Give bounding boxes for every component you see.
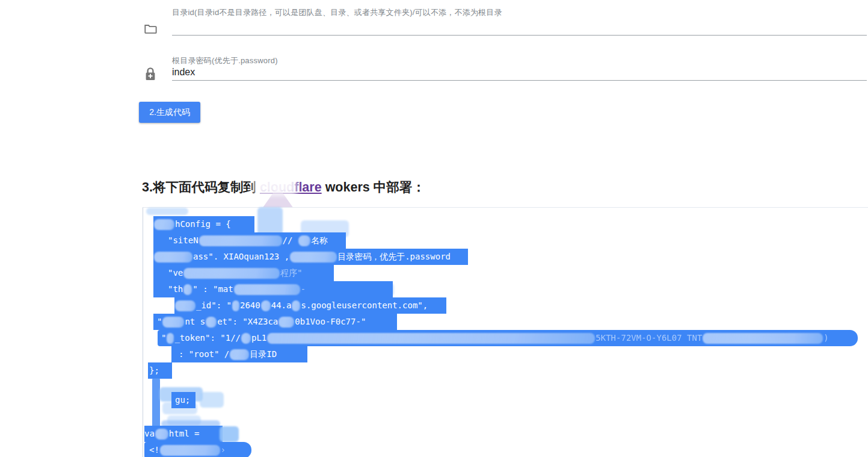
code-text: "th [168, 281, 183, 297]
smudge [279, 317, 294, 328]
code-text: 名称 [311, 232, 328, 249]
smudge [154, 219, 174, 230]
smudge [298, 235, 310, 246]
directory-id-input[interactable] [172, 22, 867, 36]
code-text: 程序" [280, 265, 302, 281]
root-password-input[interactable] [172, 67, 867, 81]
smudge [183, 284, 192, 295]
root-password-label: 根目录密码(优先于.password) [172, 55, 278, 66]
code-text: " [157, 314, 162, 330]
heading-prefix: 3.将下面代码复制到 [142, 180, 260, 194]
code-line: "ve程序" [153, 265, 334, 281]
code-text: s.googleusercontent.com", [301, 297, 428, 314]
cloudflare-link[interactable]: cloudflare [260, 180, 322, 194]
smudge [292, 300, 300, 311]
smudge [199, 235, 282, 246]
smudge [183, 268, 280, 279]
code-text: - [301, 281, 306, 297]
code-text: _token": "1// [174, 330, 241, 346]
code-text: › [221, 442, 226, 457]
code-text: pL1 [251, 330, 266, 346]
code-text: <! [149, 442, 159, 457]
lock-plus-icon [144, 67, 158, 81]
code-line: hConfig = { [153, 216, 254, 232]
smudge [167, 333, 174, 344]
code-line: }; [148, 362, 172, 379]
code-line: "nt set": "X4Z3ca0b1Voo-F0c77-" [153, 314, 397, 330]
smudge [230, 349, 249, 360]
code-text: " : "mat [192, 281, 233, 297]
smudge [703, 333, 823, 344]
smudge [261, 300, 271, 311]
code-text: gu; [175, 392, 190, 408]
code-text: // [283, 232, 298, 249]
code-text: ass". XIAOquan123 , [193, 249, 289, 265]
code-text: "ve [168, 265, 183, 281]
code-text: 目录密码，优先于.password [337, 249, 451, 265]
code-text: 2640 [240, 297, 260, 314]
code-line: vahtml = [144, 426, 223, 442]
smudge [267, 333, 595, 344]
code-text: 44.a [271, 297, 292, 314]
code-text: " [161, 330, 166, 346]
directory-id-label: 目录id(目录id不是目录路径，可以是团队盘、目录、或者共享文件夹)/可以不添，… [172, 7, 502, 18]
code-text: }; [149, 362, 159, 379]
code-text: : "root" / [179, 346, 229, 362]
code-text: 5KTH-72VM-O-Y6L07 TNT [596, 330, 702, 346]
heading-suffix: wokers 中部署： [322, 180, 425, 194]
step3-heading: 3.将下面代码复制到 cloudflare wokers 中部署： [142, 178, 425, 196]
code-text: "siteN [168, 232, 199, 249]
code-line: "_token": "1//pL15KTH-72VM-O-Y6L07 TNT) [158, 330, 858, 346]
code-text: va [144, 426, 155, 442]
smudge [206, 317, 217, 328]
code-text: et": "X4Z3ca [217, 314, 278, 330]
smudge [154, 252, 192, 263]
code-line: _id": "264044.as.googleusercontent.com", [174, 297, 446, 314]
smudge [175, 300, 195, 311]
code-line: <!› [144, 442, 251, 457]
code-line: "siteN// 名称 [153, 232, 346, 249]
smudge [160, 445, 220, 456]
code-text: hConfig = { [175, 216, 231, 232]
code-text: 目录ID [250, 346, 277, 362]
smudge [234, 284, 300, 295]
code-text: html = [169, 426, 200, 442]
code-text: _id": " [196, 297, 232, 314]
code-line: : "root" /目录ID [171, 346, 307, 362]
code-line: gu; [171, 392, 195, 408]
code-line: "th" : "mat- [153, 281, 393, 297]
smudge [162, 317, 184, 328]
smudge [290, 252, 337, 263]
page: { "form": { "directory_field": { "label"… [0, 0, 868, 457]
code-line: ass". XIAOquan123 ,目录密码，优先于.password [153, 249, 468, 265]
smudge [155, 429, 168, 440]
code-text: ) [823, 330, 828, 346]
generate-code-button[interactable]: 2.生成代码 [139, 102, 200, 123]
folder-icon [144, 23, 157, 37]
code-text: nt s [185, 314, 205, 330]
smudge [241, 333, 251, 344]
code-text: 0b1Voo-F0c77-" [295, 314, 366, 330]
smudge [232, 300, 239, 311]
